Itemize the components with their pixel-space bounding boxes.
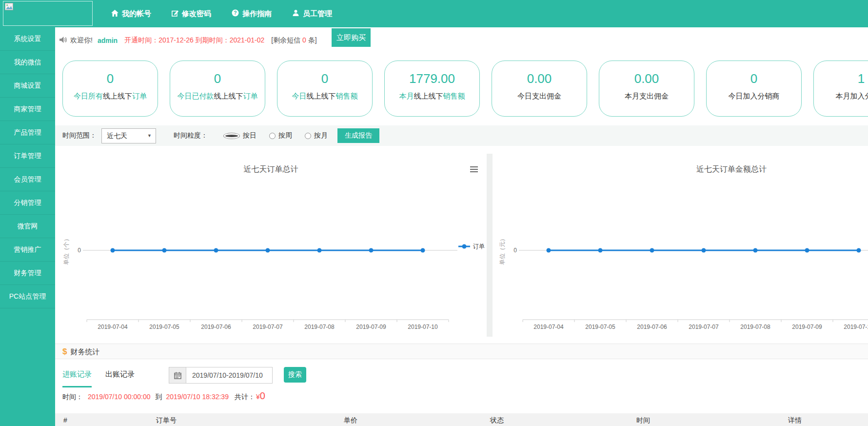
main-content: 欢迎你! admin 开通时间：2017-12-26 到期时间：2021-01-… (55, 27, 868, 426)
x-axis-label: 2019-07-08 (304, 324, 335, 330)
buy-now-button[interactable]: 立即购买 (332, 28, 371, 47)
x-axis-label: 2019-07-07 (253, 324, 283, 330)
sms-remaining: [剩余短信 0 条] (271, 36, 316, 45)
stat-card-label: 本月加入分销商 (814, 92, 868, 101)
sidebar-item[interactable]: 订单管理 (0, 144, 55, 168)
question-icon: ? (232, 9, 239, 18)
time-summary-row: 时间： 2019/07/10 00:00:00 到 2019/07/10 18:… (55, 390, 868, 402)
radio-label: 按周 (278, 131, 292, 140)
table-header-cell: 时间 (636, 416, 650, 425)
chart-legend[interactable]: 订单 (458, 243, 485, 250)
dollar-icon: $ (62, 347, 67, 356)
table-header-cell: 状态 (490, 416, 504, 425)
topnav-item-home[interactable]: 我的帐号 (111, 9, 151, 19)
calendar-icon[interactable] (169, 367, 186, 384)
data-point (369, 248, 374, 253)
currency-symbol: ¥ (256, 393, 260, 401)
stat-label-mid: 今日加入分销商 (729, 92, 780, 100)
sms-count: 0 (302, 36, 306, 44)
stat-card: 0今日已付款线上线下订单 (170, 61, 265, 117)
filter-bar: 时间范围： 近七天 ▼ 时间粒度： 按日按周按月 生成报告 (55, 125, 868, 146)
stat-label-pre: 今日所有 (74, 92, 103, 100)
table-header-cell: 详情 (788, 416, 802, 425)
stat-card-value: 1779.00 (385, 71, 479, 86)
data-point (317, 248, 322, 253)
generate-report-button[interactable]: 生成报告 (337, 128, 379, 143)
chart-panel-orders: 近七天订单总计 单位（个）02019-07-042019-07-052019-0… (55, 154, 487, 337)
topnav-item-label: 我的帐号 (122, 9, 151, 19)
stat-card-label: 本月线上线下销售额 (385, 92, 479, 101)
data-point (162, 248, 167, 253)
account-period: 开通时间：2017-12-26 到期时间：2021-01-02 (124, 36, 264, 45)
stat-card: 1779.00本月线上线下销售额 (384, 61, 480, 117)
x-axis-label: 2019-07-09 (792, 324, 822, 330)
data-point (702, 248, 706, 253)
data-point (753, 248, 758, 253)
data-point (421, 248, 425, 253)
table-header-cell: 订单号 (156, 416, 177, 425)
topnav-item-label: 修改密码 (182, 9, 211, 19)
x-axis-label: 2019-07-06 (637, 324, 667, 330)
sidebar-item[interactable]: 分销管理 (0, 191, 55, 215)
sidebar-item[interactable]: 财务管理 (0, 262, 55, 285)
x-axis-label: 2019-07-06 (201, 324, 231, 330)
tab-outgoing-records[interactable]: 出账记录 (105, 367, 135, 386)
stat-label-pre: 本月 (399, 92, 414, 100)
stat-card-label: 今日支出佣金 (492, 92, 587, 101)
sidebar-item[interactable]: 微官网 (0, 215, 55, 238)
top-navigation: 我的帐号修改密码?操作指南员工管理 (111, 0, 332, 27)
data-point (111, 248, 115, 253)
sidebar-item[interactable]: 商家管理 (0, 98, 55, 121)
sidebar-item[interactable]: 会员管理 (0, 168, 55, 191)
stat-card-value: 0 (170, 71, 265, 86)
stat-card-label: 今日线上线下销售额 (277, 92, 372, 101)
x-axis-label: 2019-07-10 (844, 324, 868, 330)
chart-title: 近七天订单金额总计 (493, 164, 868, 175)
stat-label-mid: 本月加入分销商 (836, 92, 868, 100)
y-axis-tick: 0 (78, 247, 81, 254)
chart-menu-icon[interactable] (470, 166, 478, 174)
y-axis-unit-label: 单位（个） (63, 236, 70, 265)
time-label: 时间： (62, 393, 83, 402)
y-axis-unit-label: 单位（元） (499, 236, 506, 265)
stat-card-value: 1 (814, 71, 868, 86)
x-axis-label: 2019-07-08 (740, 324, 770, 330)
stat-card: 0.00今日支出佣金 (492, 61, 587, 117)
welcome-bar: 欢迎你! admin 开通时间：2017-12-26 到期时间：2021-01-… (55, 27, 868, 54)
tab-income-records[interactable]: 进账记录 (62, 367, 92, 387)
topnav-item-label: 员工管理 (303, 9, 332, 19)
sidebar-item[interactable]: 系统设置 (0, 27, 55, 51)
radio-option-按周[interactable]: 按周 (269, 131, 292, 140)
topnav-item-edit[interactable]: 修改密码 (172, 9, 211, 19)
y-axis-tick: 0 (513, 247, 517, 254)
sidebar-item[interactable]: PC站点管理 (0, 285, 55, 308)
radio-option-按月[interactable]: 按月 (305, 131, 328, 140)
home-icon (111, 10, 118, 18)
search-button[interactable]: 搜索 (284, 367, 306, 383)
data-point (805, 248, 809, 253)
radio-dot (305, 133, 311, 139)
amount-line-chart: 单位（元）02019-07-042019-07-052019-07-062019… (493, 183, 868, 337)
chart-panel-amount: 近七天订单金额总计 单位（元）02019-07-042019-07-052019… (493, 154, 868, 337)
x-axis-label: 2019-07-10 (408, 324, 438, 330)
data-point (857, 248, 861, 253)
stat-card-value: 0 (63, 71, 158, 86)
sidebar-item[interactable]: 商城设置 (0, 74, 55, 98)
x-axis-label: 2019-07-07 (689, 324, 719, 330)
radio-option-按日[interactable]: 按日 (218, 131, 256, 140)
time-range-select[interactable]: 近七天 ▼ (101, 128, 156, 143)
logo-placeholder (3, 1, 93, 26)
sidebar-item[interactable]: 产品管理 (0, 121, 55, 144)
stat-card-value: 0.00 (599, 71, 694, 86)
sidebar-item[interactable]: 营销推广 (0, 238, 55, 262)
stat-label-mid: 线上线下 (414, 92, 443, 100)
stat-card: 0.00本月支出佣金 (599, 61, 694, 117)
finance-section-header: $财务统计 (55, 344, 868, 359)
speaker-icon (59, 36, 67, 45)
date-range-input[interactable] (186, 367, 273, 384)
topnav-item-question[interactable]: ?操作指南 (232, 9, 272, 19)
sidebar-item[interactable]: 我的微信 (0, 51, 55, 74)
stat-card-value: 0 (277, 71, 372, 86)
topnav-item-users[interactable]: 员工管理 (292, 9, 332, 19)
x-axis-label: 2019-07-05 (149, 324, 179, 330)
